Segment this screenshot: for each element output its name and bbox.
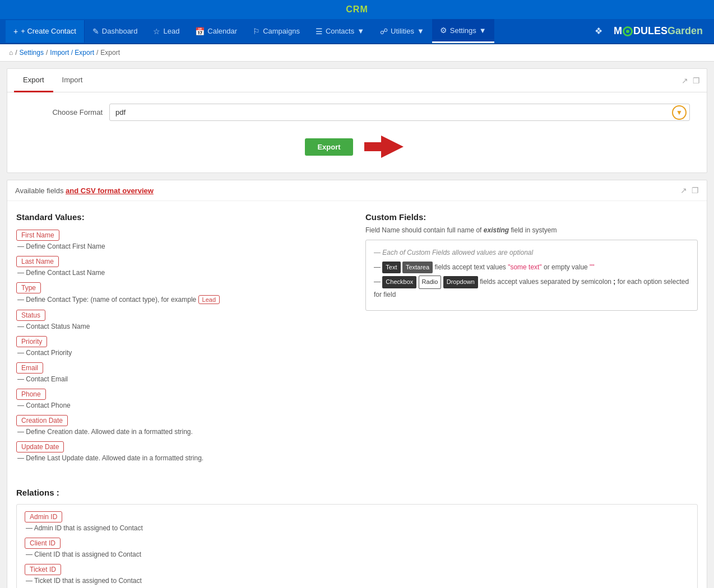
- field-desc-status: — Contact Status Name: [16, 323, 349, 330]
- breadcrumb-import-export[interactable]: Import / Export: [50, 49, 94, 57]
- field-block-firstname: First Name — Define Contact First Name: [16, 230, 349, 250]
- custom-fields-col: Custom Fields: Field Name should contain…: [365, 212, 698, 468]
- create-contact-label: + Create Contact: [21, 27, 76, 35]
- settings-chevron-icon: ▼: [479, 26, 486, 35]
- checkbox-badge: Checkbox: [382, 276, 416, 288]
- dropdown-badge: Dropdown: [443, 276, 478, 288]
- choose-format-label: Choose Format: [24, 108, 103, 116]
- field-badge-clientid: Client ID: [25, 538, 61, 549]
- export-button-row: Export: [24, 130, 690, 161]
- utilities-label: Utilities: [391, 27, 414, 35]
- select-arrow-button[interactable]: ▼: [672, 105, 687, 120]
- relation-admin-id: Admin ID — Admin ID that is assigned to …: [25, 511, 689, 532]
- empty-value: "": [590, 263, 595, 271]
- panel-icon-controls: ↗ ❐: [681, 76, 700, 85]
- custom-fields-heading: Custom Fields:: [365, 212, 698, 222]
- relation-client-id: Client ID — Client ID that is assigned t…: [25, 538, 689, 558]
- relation-ticket-id: Ticket ID — Ticket ID that is assigned t…: [25, 564, 689, 585]
- field-badge-updatedate: Update Date: [16, 441, 64, 452]
- section-minimize-icon[interactable]: ↗: [680, 186, 687, 195]
- settings-label: Settings: [450, 26, 476, 35]
- field-desc-firstname: — Define Contact First Name: [16, 242, 349, 250]
- tab-export[interactable]: Export: [14, 69, 53, 92]
- text-badge: Text: [382, 262, 400, 274]
- minimize-icon[interactable]: ↗: [681, 76, 688, 85]
- export-panel: Export Import ↗ ❐ Choose Format ▼ Export: [7, 68, 707, 173]
- field-block-priority: Priority — Contact Priority: [16, 336, 349, 357]
- section-title-plain: Available fields: [15, 186, 66, 195]
- field-badge-firstname: First Name: [16, 230, 59, 241]
- format-select-wrap: ▼: [109, 104, 690, 121]
- svg-marker-0: [364, 136, 404, 158]
- tab-import[interactable]: Import: [53, 69, 92, 92]
- dashboard-icon: ✎: [92, 27, 99, 36]
- field-desc-clientid: — Client ID that is assigned to Contact: [25, 550, 689, 558]
- contacts-icon: ☰: [316, 27, 323, 36]
- star-icon: ☆: [153, 27, 160, 36]
- create-contact-nav[interactable]: + + Create Contact: [6, 20, 85, 43]
- app-title: CRM: [346, 4, 368, 14]
- field-block-creationdate: Creation Date — Define Creation date. Al…: [16, 415, 349, 436]
- radio-badge: Radio: [419, 276, 442, 289]
- section-header: Available fields and CSV format overview…: [7, 180, 707, 201]
- field-block-phone: Phone — Contact Phone: [16, 389, 349, 409]
- maximize-icon[interactable]: ❐: [693, 76, 700, 85]
- section-body: Standard Values: First Name — Define Con…: [7, 201, 707, 479]
- contacts-nav[interactable]: ☰ Contacts ▼: [308, 20, 372, 43]
- contacts-label: Contacts: [326, 27, 354, 35]
- textarea-badge: Textarea: [402, 262, 433, 274]
- red-arrow-svg: [364, 134, 409, 159]
- format-row: Choose Format ▼: [24, 104, 690, 121]
- calendar-label: Calendar: [207, 27, 237, 35]
- field-badge-lastname: Last Name: [16, 256, 59, 267]
- field-block-lastname: Last Name — Define Contact Last Name: [16, 256, 349, 277]
- custom-box: — Each of Custom Fields allowed values a…: [365, 240, 698, 311]
- field-desc-adminid: — Admin ID that is assigned to Contact: [25, 524, 689, 532]
- field-block-status: Status — Contact Status Name: [16, 310, 349, 330]
- field-desc-priority: — Contact Priority: [16, 349, 349, 357]
- contacts-chevron-icon: ▼: [357, 27, 364, 35]
- field-badge-adminid: Admin ID: [25, 511, 62, 522]
- field-desc-lastname: — Define Contact Last Name: [16, 269, 349, 277]
- type-example-badge: Lead: [198, 295, 220, 304]
- calendar-icon: 📅: [195, 27, 205, 36]
- field-desc-phone: — Contact Phone: [16, 402, 349, 409]
- some-text-value: "some text": [508, 263, 542, 271]
- field-desc-updatedate: — Define Last Update date. Allowed date …: [16, 454, 349, 462]
- field-block-updatedate: Update Date — Define Last Update date. A…: [16, 441, 349, 462]
- standard-values-col: Standard Values: First Name — Define Con…: [16, 212, 349, 468]
- custom-subtitle: Field Name should contain full name of e…: [365, 226, 698, 234]
- section-panel-icons: ↗ ❐: [680, 186, 699, 195]
- field-desc-creationdate: — Define Creation date. Allowed date in …: [16, 428, 349, 436]
- format-input[interactable]: [109, 104, 690, 121]
- logo: MDULESGarden: [608, 21, 708, 41]
- campaigns-label: Campaigns: [263, 27, 300, 35]
- logo-text: MDULESGarden: [614, 25, 703, 37]
- export-panel-body: Choose Format ▼ Export: [7, 92, 707, 172]
- campaigns-nav[interactable]: ⚐ Campaigns: [245, 20, 308, 43]
- section-maximize-icon[interactable]: ❐: [692, 186, 699, 195]
- relations-box: Admin ID — Admin ID that is assigned to …: [16, 504, 698, 588]
- field-badge-phone: Phone: [16, 389, 46, 400]
- field-badge-status: Status: [16, 310, 45, 321]
- dashboard-nav[interactable]: ✎ Dashboard: [85, 20, 146, 43]
- logo-o-icon: [623, 26, 633, 36]
- lead-nav[interactable]: ☆ Lead: [145, 20, 187, 43]
- settings-nav[interactable]: ⚙ Settings ▼: [432, 19, 494, 43]
- breadcrumb-sep1: /: [15, 49, 17, 57]
- custom-line3: — Checkbox Radio Dropdown fields accept …: [374, 276, 689, 301]
- dashboard-label: Dashboard: [102, 27, 138, 35]
- field-badge-type: Type: [16, 282, 41, 293]
- lead-label: Lead: [163, 27, 179, 35]
- fullscreen-button[interactable]: ❖: [589, 19, 608, 43]
- utilities-nav[interactable]: ☍ Utilities ▼: [372, 20, 432, 43]
- field-block-email: Email — Contact Email: [16, 362, 349, 383]
- arrow-annotation: [364, 134, 409, 159]
- field-badge-priority: Priority: [16, 336, 47, 347]
- relations-heading: Relations :: [16, 488, 698, 497]
- plus-icon: +: [13, 27, 18, 36]
- home-icon[interactable]: ⌂: [9, 49, 13, 57]
- calendar-nav[interactable]: 📅 Calendar: [187, 20, 245, 43]
- breadcrumb-settings[interactable]: Settings: [20, 49, 44, 57]
- export-button[interactable]: Export: [305, 138, 353, 156]
